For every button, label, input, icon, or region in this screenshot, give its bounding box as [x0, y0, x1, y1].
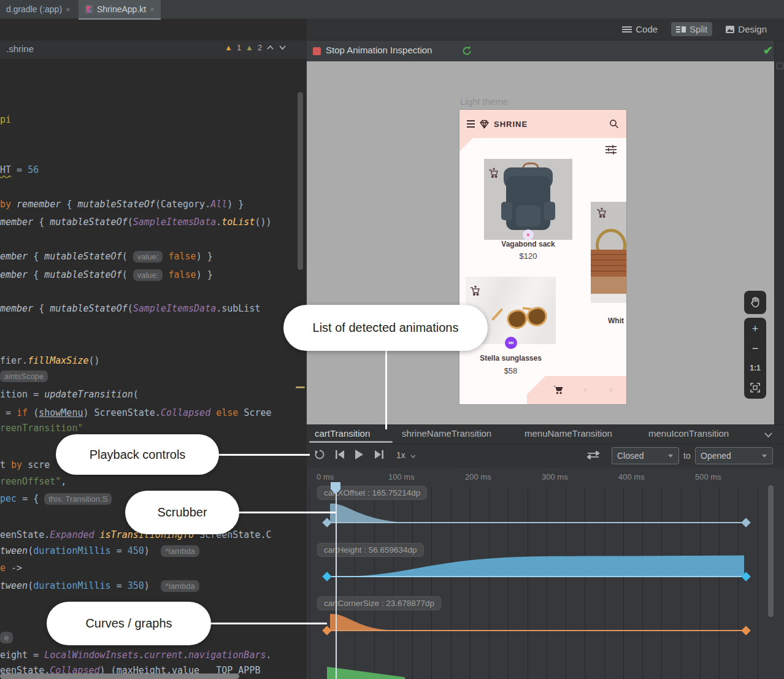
- callout-line-scrubber: [237, 512, 336, 513]
- tab-gradle[interactable]: d.gradle (:app) ×: [0, 0, 77, 18]
- editor-mode-toolbar: Code Split Design: [307, 18, 784, 40]
- to-state-value: Opened: [701, 451, 731, 461]
- play-icon[interactable]: [355, 450, 364, 459]
- swap-states-icon[interactable]: [587, 451, 599, 459]
- code-line: fier.fillMaxSize(): [0, 352, 307, 369]
- tab-shrineapp[interactable]: ShrineApp.kt ×: [79, 0, 161, 20]
- zoom-controls: + − 1:1: [744, 318, 766, 399]
- zoom-in-button[interactable]: +: [744, 319, 766, 339]
- mode-split-button[interactable]: Split: [671, 22, 712, 36]
- breadcrumb-bar: .shrine ▲ 1 ▲ 2: [0, 40, 307, 59]
- product-name: Stella sunglasses: [466, 354, 556, 363]
- close-icon[interactable]: ×: [66, 5, 71, 14]
- backpack-side-pocket: [501, 202, 512, 220]
- callout-curves-graphs: Curves / graphs: [47, 602, 211, 645]
- code-line: HT = 56: [0, 161, 307, 178]
- weak-warning-count: 2: [258, 43, 262, 52]
- callout-line-animations: [385, 350, 387, 429]
- to-label: to: [683, 451, 691, 461]
- callout-scrubber: Scrubber: [125, 491, 239, 534]
- from-state-value: Closed: [617, 451, 644, 461]
- designer-badge: ♥: [523, 229, 534, 240]
- editor-vertical-scrollbar[interactable]: [298, 92, 303, 270]
- chevron-up-icon[interactable]: [266, 45, 274, 50]
- editor-tab-bar: d.gradle (:app) × ShrineApp.kt ×: [0, 0, 784, 19]
- mode-code-button[interactable]: Code: [617, 22, 663, 36]
- shrine-app-preview: SHRINE ♥ Vagabond: [459, 109, 627, 405]
- skip-to-start-icon[interactable]: [335, 450, 345, 459]
- skip-to-end-icon[interactable]: [374, 450, 384, 459]
- menu-icon[interactable]: [467, 120, 475, 128]
- animation-tab-shrineNameTransition[interactable]: shrineNameTransition: [402, 428, 491, 442]
- breadcrumb[interactable]: .shrine: [6, 44, 34, 54]
- backpack-pocket: [516, 205, 540, 226]
- code-line: ition = updateTransition(: [0, 386, 307, 403]
- curve-clipped-green: [327, 667, 405, 679]
- restart-playback-icon[interactable]: [314, 449, 325, 460]
- cart-icon[interactable]: [553, 385, 564, 395]
- preview-right-gutter: [774, 40, 784, 424]
- animation-tab-menuIconTransition[interactable]: menuIconTransition: [648, 428, 729, 442]
- zoom-actual-size-button[interactable]: 1:1: [744, 358, 766, 378]
- code-line: tween(durationMillis = 450) ^lambda: [0, 542, 307, 559]
- zoom-out-button[interactable]: −: [744, 339, 766, 358]
- keyframe-diamond[interactable]: [741, 626, 751, 635]
- mode-split-label: Split: [690, 24, 707, 34]
- search-icon[interactable]: [609, 119, 619, 129]
- callout-list-of-detected-animations: List of detected animations: [283, 305, 488, 351]
- playback-speed-select[interactable]: 1x: [396, 450, 416, 460]
- to-state-dropdown[interactable]: Opened: [695, 447, 773, 464]
- tabs-overflow-chevron-icon[interactable]: [764, 432, 773, 438]
- animation-preview-panel: cartTransitionshrineNameTransitionmenuNa…: [307, 424, 784, 679]
- pan-button[interactable]: [744, 291, 766, 314]
- preview-theme-label: Light theme: [460, 96, 508, 107]
- mode-design-button[interactable]: Design: [721, 22, 772, 36]
- product-name: Vagabond sack: [484, 240, 572, 248]
- animation-tab-cartTransition[interactable]: cartTransition: [315, 428, 370, 442]
- chevron-down-icon[interactable]: [279, 45, 286, 50]
- design-mode-icon: [726, 26, 734, 33]
- active-tab-underline: [309, 441, 393, 443]
- sunglasses: [478, 280, 544, 338]
- editor-horizontal-scrollbar[interactable]: [0, 673, 239, 679]
- from-state-dropdown[interactable]: Closed: [612, 447, 679, 464]
- split-mode-icon: [676, 26, 686, 33]
- belt-strap: [591, 250, 626, 280]
- inspection-widget[interactable]: ▲ 1 ▲ 2: [225, 43, 286, 52]
- code-line: ember { mutableStateOf( value: false) }: [0, 248, 307, 265]
- product-image-belt[interactable]: [591, 202, 626, 303]
- code-line: = if (showMenu) ScreenState.Collapsed el…: [0, 404, 307, 421]
- zoom-to-fit-button[interactable]: [744, 378, 766, 397]
- playback-speed-value: 1x: [396, 450, 405, 460]
- animation-tab-menuNameTransition[interactable]: menuNameTransition: [525, 428, 612, 442]
- success-check-icon: ✔: [763, 44, 773, 58]
- product-price: $58: [466, 366, 556, 375]
- dropdown-caret-icon: [667, 454, 674, 458]
- code-mode-icon: [622, 26, 632, 33]
- keyframe-diamond[interactable]: [741, 518, 751, 527]
- add-to-cart-icon[interactable]: [596, 207, 607, 218]
- warning-count: 1: [237, 43, 241, 52]
- code-line: reenOffset",: [0, 473, 307, 490]
- stop-animation-inspection-label[interactable]: Stop Animation Inspection: [326, 45, 432, 55]
- tab-label: ShrineApp.kt: [97, 4, 146, 14]
- add-to-cart-icon[interactable]: [470, 285, 481, 296]
- mode-design-label: Design: [738, 24, 767, 34]
- filter-tune-icon[interactable]: [605, 145, 617, 155]
- shrine-cart-bar[interactable]: [527, 376, 626, 404]
- code-line: member { mutableStateOf(SampleItemsData.…: [0, 213, 307, 231]
- product-image-vagabond-sack[interactable]: [484, 159, 572, 240]
- close-icon[interactable]: ×: [150, 5, 155, 14]
- code-line: tween(durationMillis = 350) ^lambda: [0, 577, 307, 594]
- preview-canvas[interactable]: Light theme SHRINE: [307, 61, 784, 424]
- mode-code-label: Code: [636, 24, 658, 34]
- refresh-icon[interactable]: [462, 46, 472, 56]
- shrine-diamond-logo: [479, 120, 490, 129]
- fold-marker: [296, 386, 305, 388]
- callout-playback-controls: Playback controls: [56, 434, 219, 475]
- keyframe-diamond[interactable]: [322, 572, 332, 581]
- code-line: eight = LocalWindowInsets.current.naviga…: [0, 646, 307, 664]
- stop-icon[interactable]: [313, 47, 321, 55]
- add-to-cart-icon[interactable]: [488, 167, 499, 178]
- code-line: pi: [0, 111, 307, 128]
